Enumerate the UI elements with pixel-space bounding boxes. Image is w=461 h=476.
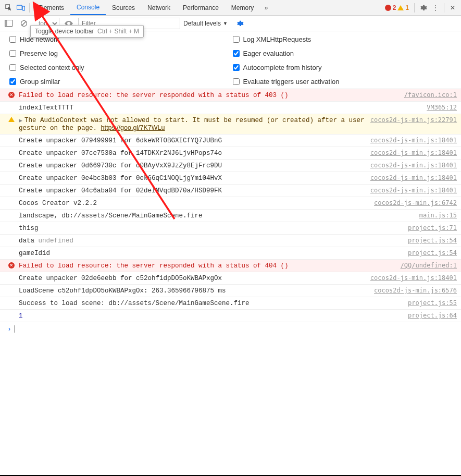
- console-log: thisgproject.js:71: [0, 222, 461, 235]
- console-log: data undefinedproject.js:54: [0, 235, 461, 247]
- svg-rect-0: [17, 5, 22, 9]
- source-link[interactable]: project.js:55: [408, 299, 457, 307]
- console-error: ✕Failed to load resource: the server res…: [0, 89, 461, 102]
- source-link[interactable]: cocos2d-js-min.js:18401: [370, 149, 457, 156]
- console-log: Create unpacker 0d669730c for c0BAyVxX9J…: [0, 160, 461, 172]
- console-log: Create unpacker 07ce7530a for 14TDKXr2NJ…: [0, 147, 461, 160]
- svg-line-5: [22, 21, 26, 26]
- source-link[interactable]: project.js:64: [408, 312, 457, 319]
- source-link[interactable]: cocos2d-js-min.js:18401: [370, 174, 457, 181]
- setting-group-similar[interactable]: Group similar: [9, 78, 233, 86]
- tab-sources[interactable]: Sources: [106, 0, 141, 15]
- setting-eager-evaluation[interactable]: Eager evaluation: [233, 50, 456, 57]
- source-link[interactable]: cocos2d-js-min.js:18401: [370, 274, 457, 282]
- console-log: Success to load scene: db://assets/Scene…: [0, 297, 461, 310]
- console-prompt[interactable]: ›: [0, 322, 461, 336]
- levels-select[interactable]: Default levels▼: [183, 20, 228, 27]
- tab-elements[interactable]: Elements: [32, 0, 70, 15]
- clear-console-icon[interactable]: [18, 17, 30, 30]
- tab-memory[interactable]: Memory: [225, 0, 260, 15]
- device-toolbar-icon[interactable]: [15, 2, 27, 14]
- svg-rect-1: [22, 6, 24, 10]
- tab-performance[interactable]: Performance: [177, 0, 225, 15]
- tab-network[interactable]: Network: [141, 0, 177, 15]
- source-link[interactable]: /favicon.ico:1: [404, 91, 457, 99]
- source-link[interactable]: cocos2d-js-min.js:6576: [374, 287, 457, 294]
- console-log: LoadScene c52ohf1dpDO5oKWBAPxgOx: 263.36…: [0, 285, 461, 297]
- console-log: Create unpacker 079499991 for 6dkeWRTOBG…: [0, 135, 461, 147]
- source-link[interactable]: project.js:54: [408, 249, 457, 257]
- setting-evaluate-triggers-user-activation[interactable]: Evaluate triggers user activation: [233, 78, 456, 86]
- chevron-right-icon: ›: [8, 325, 10, 333]
- console-log: Create unpacker 02de6eebb for c52ohf1dpD…: [0, 272, 461, 285]
- tooltip: Toggle device toolbar Ctrl + Shift + M: [30, 25, 144, 38]
- settings-icon[interactable]: [417, 2, 429, 14]
- sidebar-toggle-icon[interactable]: [2, 17, 15, 30]
- source-link[interactable]: project.js:71: [408, 224, 457, 231]
- error-icon: ✕: [8, 92, 15, 98]
- inspect-icon[interactable]: [2, 2, 15, 14]
- source-link[interactable]: cocos2d-js-min.js:18401: [370, 162, 457, 169]
- svg-rect-3: [5, 20, 7, 27]
- more-tabs-icon[interactable]: »: [260, 2, 272, 14]
- source-link[interactable]: cocos2d-js-min.js:22791: [370, 116, 457, 124]
- error-icon: ✕: [8, 262, 15, 268]
- setting-selected-context-only[interactable]: Selected context only: [9, 64, 233, 71]
- source-link[interactable]: cocos2d-js-min.js:6742: [374, 199, 457, 206]
- console-log: gameIdidproject.js:54: [0, 247, 461, 260]
- console-error: ✕Failed to load resource: the server res…: [0, 260, 461, 272]
- error-count[interactable]: ✕2 1: [385, 4, 409, 11]
- console-log: Create unpacker 04c6aba04 for 02delMVqdB…: [0, 185, 461, 197]
- console-warn: ▶The AudioContext was not allowed to sta…: [0, 114, 461, 135]
- source-link[interactable]: cocos2d-js-min.js:18401: [370, 137, 457, 144]
- warn-link[interactable]: https://goo.gl/7K7WLu: [101, 124, 165, 131]
- setting-log-xmlhttprequests[interactable]: Log XMLHttpRequests: [233, 35, 456, 43]
- source-link[interactable]: cocos2d-js-min.js:18401: [370, 187, 457, 194]
- setting-preserve-log[interactable]: Preserve log: [9, 50, 233, 57]
- source-link[interactable]: /QQ/undefined:1: [401, 262, 457, 269]
- source-link[interactable]: main.js:15: [419, 212, 457, 219]
- console-settings-icon[interactable]: [234, 17, 246, 30]
- console-log: landscape, db://assets/Scene/MainGameSce…: [0, 210, 461, 222]
- console-log: Cocos Creator v2.2.2cocos2d-js-min.js:67…: [0, 197, 461, 210]
- tab-console[interactable]: Console: [70, 0, 106, 15]
- warning-icon: [8, 117, 15, 122]
- console-log: indexlTextTTTTVM365:12: [0, 102, 461, 114]
- kebab-icon[interactable]: ⋮: [429, 2, 442, 14]
- source-link[interactable]: VM365:12: [427, 104, 457, 111]
- console-log: Create unpacker 0e4bc3b03 for 0ek66qC1NO…: [0, 172, 461, 185]
- console-log: 1project.js:64: [0, 310, 461, 322]
- close-devtools-icon[interactable]: ✕: [446, 2, 459, 14]
- setting-autocomplete-from-history[interactable]: Autocomplete from history: [233, 64, 456, 71]
- source-link[interactable]: project.js:54: [408, 237, 457, 244]
